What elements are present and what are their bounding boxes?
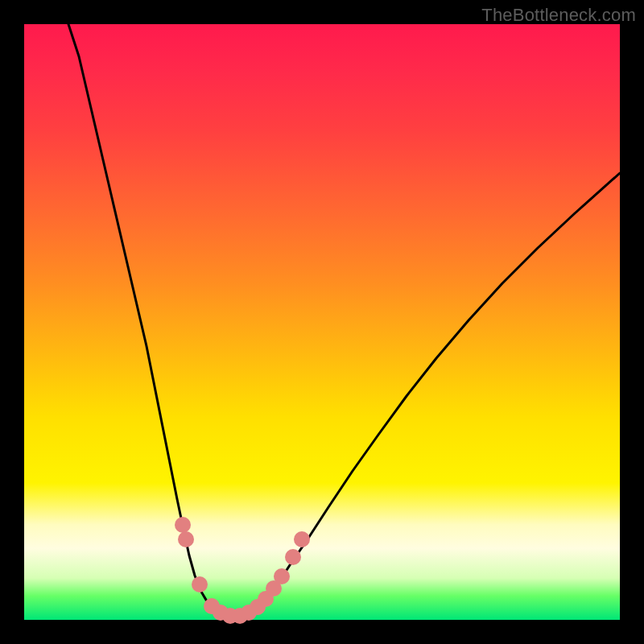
highlight-dot: [192, 576, 208, 592]
highlight-dot: [285, 549, 301, 565]
highlight-dots: [24, 24, 620, 620]
watermark-label: TheBottleneck.com: [481, 5, 636, 26]
highlight-dot: [175, 517, 191, 533]
plot-area: [24, 24, 620, 620]
chart-frame: TheBottleneck.com: [0, 0, 644, 644]
highlight-dot: [178, 531, 194, 547]
highlight-dot: [274, 568, 290, 584]
highlight-dot: [294, 531, 310, 547]
